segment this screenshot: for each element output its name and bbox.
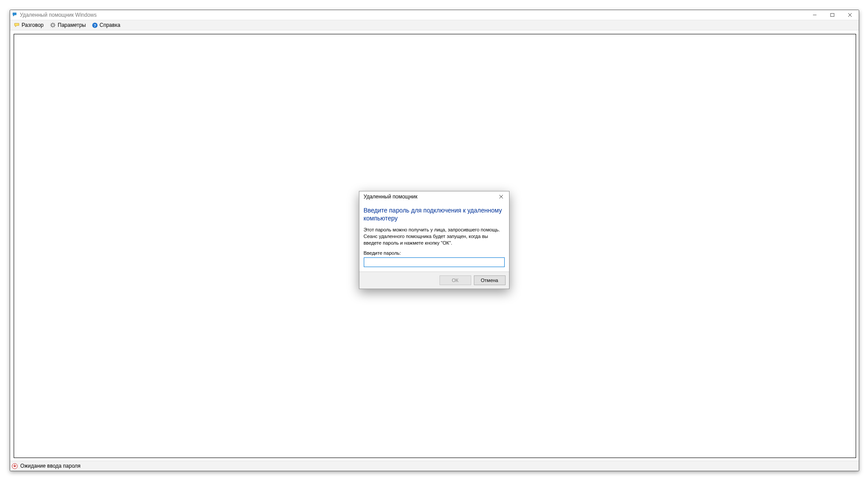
password-input[interactable] bbox=[364, 257, 505, 267]
gear-icon bbox=[50, 22, 56, 28]
svg-line-9 bbox=[51, 23, 52, 24]
menu-settings-label: Параметры bbox=[58, 22, 86, 28]
maximize-button[interactable] bbox=[824, 10, 841, 20]
menu-help-label: Справка bbox=[100, 22, 120, 28]
menu-help[interactable]: ? Справка bbox=[89, 22, 123, 29]
chat-icon bbox=[14, 22, 20, 28]
password-label: Введите пароль: bbox=[364, 250, 505, 256]
dialog-heading: Введите пароль для подключения к удаленн… bbox=[364, 206, 505, 222]
dialog-titlebar: Удаленный помощник bbox=[359, 191, 509, 202]
dialog-close-button[interactable] bbox=[493, 191, 509, 202]
menu-talk-label: Разговор bbox=[22, 22, 44, 28]
menu-settings[interactable]: Параметры bbox=[47, 22, 89, 29]
app-icon bbox=[12, 12, 18, 18]
ok-button: ОК bbox=[440, 275, 471, 285]
dialog-footer: ОК Отмена bbox=[359, 271, 509, 289]
svg-rect-1 bbox=[831, 14, 834, 17]
menubar: Разговор Параметры ? bbox=[10, 20, 859, 30]
svg-line-10 bbox=[54, 26, 55, 27]
dialog-description: Этот пароль можно получить у лица, запро… bbox=[364, 227, 505, 246]
svg-line-12 bbox=[51, 26, 52, 27]
status-icon bbox=[12, 463, 18, 469]
minimize-button[interactable] bbox=[806, 10, 824, 20]
help-icon: ? bbox=[92, 22, 98, 28]
window-title: Удаленный помощник Windows bbox=[20, 12, 97, 18]
statusbar: Ожидание ввода пароля bbox=[10, 461, 859, 471]
dialog-title: Удаленный помощник bbox=[364, 194, 418, 200]
svg-text:?: ? bbox=[94, 23, 96, 28]
svg-line-11 bbox=[54, 23, 55, 24]
status-text: Ожидание ввода пароля bbox=[20, 463, 81, 469]
menu-talk[interactable]: Разговор bbox=[11, 22, 46, 29]
close-button[interactable] bbox=[841, 10, 859, 20]
cancel-button[interactable]: Отмена bbox=[474, 275, 506, 285]
password-dialog: Удаленный помощник Введите пароль для по… bbox=[359, 191, 510, 289]
titlebar: Удаленный помощник Windows bbox=[10, 10, 859, 20]
svg-point-4 bbox=[52, 24, 54, 26]
